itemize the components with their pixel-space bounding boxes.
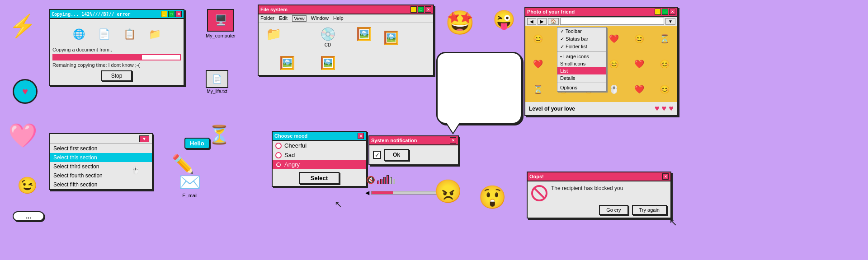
- menu-help[interactable]: Help: [333, 15, 344, 22]
- filesys-controls: _ □ ✕: [410, 6, 431, 13]
- folder-emoji-1: 📁: [266, 27, 282, 42]
- stop-button[interactable]: Stop: [101, 70, 132, 81]
- copying-text2: Remaining copying time: I dont know ;-(: [52, 62, 181, 68]
- mood-select-button[interactable]: Select: [299, 172, 340, 184]
- list-item-1[interactable]: Select first section: [50, 144, 152, 153]
- back-button[interactable]: ◀: [527, 18, 536, 25]
- mood-options: Cheerful Sad Angry: [273, 141, 366, 169]
- sysnotif-close[interactable]: ✕: [450, 137, 456, 144]
- dropdown-smallicons[interactable]: Small icons: [557, 60, 606, 67]
- mood-cheerful[interactable]: Cheerful: [273, 141, 366, 150]
- copying-content: 🌐 📄 📋 📁 Copying a document from.. Remain…: [50, 19, 184, 85]
- home-button[interactable]: 🏠: [548, 18, 559, 25]
- list-item-2[interactable]: Select this section: [50, 153, 152, 162]
- dropdown-details[interactable]: Details: [557, 74, 606, 82]
- close-button[interactable]: ✕: [175, 11, 182, 17]
- vol-seg-4: [387, 175, 389, 184]
- filesys-close[interactable]: ✕: [425, 6, 431, 13]
- dots-button[interactable]: ...: [13, 211, 44, 221]
- sysnotif-ok-button[interactable]: Ok: [384, 149, 409, 161]
- grid-cell: ❤️: [525, 51, 551, 77]
- go-cry-button[interactable]: Go cry: [599, 205, 628, 215]
- filesys-titlebar: File system _ □ ✕: [259, 5, 433, 14]
- dots-label: ...: [26, 213, 31, 220]
- radio-sad[interactable]: [275, 152, 282, 158]
- cursor-icon-3: ↖: [669, 217, 677, 228]
- filesys-minimize[interactable]: _: [410, 6, 417, 13]
- folder-icon-1[interactable]: 📁: [262, 27, 285, 47]
- file-icon-txt: 📄: [206, 70, 228, 88]
- photo-footer: Level of your love ♥ ♥ ♥: [525, 102, 677, 115]
- oops-close[interactable]: ✕: [662, 173, 669, 180]
- dropdown-list[interactable]: List: [557, 67, 606, 74]
- minimize-button[interactable]: _: [161, 11, 167, 17]
- oops-content: The recipient has blocked you: [528, 181, 670, 205]
- email-label: E_mail: [182, 193, 198, 198]
- list-item-5[interactable]: Select fifth section: [50, 180, 152, 189]
- menu-folder[interactable]: Folder: [260, 15, 274, 22]
- photo-maximize[interactable]: □: [662, 9, 668, 15]
- filesys-maximize[interactable]: □: [418, 6, 424, 13]
- try-again-button[interactable]: Try again: [632, 205, 667, 215]
- dropdown-folderlist[interactable]: Folder list: [557, 43, 606, 51]
- mood-title: Choose mood: [274, 133, 307, 139]
- menu-window[interactable]: Window: [311, 15, 329, 22]
- go-button[interactable]: ▼: [665, 18, 675, 25]
- menu-view[interactable]: View: [292, 15, 307, 22]
- my-life-icon: 📄 My_life.txt: [206, 70, 228, 94]
- menu-edit[interactable]: Edit: [279, 15, 288, 22]
- grid-cell: ❤️: [627, 77, 652, 102]
- email-emoji: ✉️: [179, 172, 201, 193]
- sysnotif-title: System notification: [371, 138, 417, 143]
- heart-emoji-4: 🖼️: [320, 56, 336, 70]
- oops-title: Oops!: [529, 174, 544, 179]
- heart-pic-1[interactable]: 🖼️: [353, 27, 375, 47]
- dropdown-toolbar[interactable]: Toolbar: [557, 28, 606, 35]
- progress-bar-fill: [53, 55, 142, 60]
- maximize-button[interactable]: □: [168, 11, 175, 17]
- sysnotif-content: ✓ Ok: [369, 145, 458, 164]
- mood-angry[interactable]: Angry: [273, 160, 366, 169]
- grid-cell: ❤️: [627, 51, 652, 77]
- dropdown-largeicons[interactable]: Large icons: [557, 53, 606, 60]
- wink-right-emoji: 😜: [493, 9, 515, 30]
- heart-pic-4[interactable]: 🖼️: [316, 56, 339, 71]
- copying-titlebar: Copying... 142%////B?// error _ □ ✕: [50, 10, 184, 19]
- photo-minimize[interactable]: _: [655, 9, 661, 15]
- mood-close[interactable]: ✕: [358, 133, 364, 139]
- grid-cell: ⏳: [525, 77, 551, 102]
- hello-button[interactable]: Hello: [184, 138, 210, 149]
- vol-seg-3: [383, 177, 386, 184]
- window-controls: _ □ ✕: [161, 11, 182, 17]
- copying-text1: Copying a document from..: [52, 47, 181, 52]
- vol-seg-1: [377, 181, 379, 184]
- progress-fill: [372, 191, 393, 194]
- email-icon: ✉️ E_mail: [179, 172, 201, 198]
- folder-icon: 📁: [146, 25, 164, 43]
- oops-buttons: Go cry Try again: [528, 205, 670, 218]
- cd-icon[interactable]: 💿 CD: [316, 27, 339, 47]
- oops-titlebar: Oops! ✕: [528, 172, 670, 181]
- heart-pic-3[interactable]: 🖼️: [276, 56, 298, 71]
- photo-titlebar: Photo of your friend _ □ ✕: [525, 8, 677, 17]
- angry-emoji: 😠: [434, 178, 462, 204]
- view-dropdown: Toolbar Status bar Folder list Large ico…: [557, 27, 607, 92]
- dropdown-options[interactable]: Options: [557, 84, 606, 91]
- radio-cheerful[interactable]: [275, 143, 282, 149]
- address-bar[interactable]: [560, 18, 664, 25]
- photo-close[interactable]: ✕: [669, 9, 675, 15]
- forward-button[interactable]: ▶: [538, 18, 547, 25]
- dropdown-arrow-button[interactable]: ▼: [139, 135, 149, 142]
- radio-angry[interactable]: [275, 162, 282, 168]
- shock-emoji: 😲: [478, 184, 506, 210]
- heart-emoji-1: 🖼️: [356, 27, 372, 42]
- dropdown-statusbar[interactable]: Status bar: [557, 35, 606, 43]
- volume-icon: 🔇: [366, 176, 375, 184]
- heart-pic-2[interactable]: 🖼️: [380, 30, 402, 47]
- sysnotif-checkbox[interactable]: ✓: [373, 151, 381, 159]
- photo-toolbar: ◀ ▶ 🏠 ▼: [525, 17, 677, 26]
- grid-cell: 😊: [627, 26, 652, 51]
- globe-icon: 🌐: [70, 25, 88, 43]
- photo-hearts: ♥ ♥ ♥: [655, 104, 674, 113]
- mood-sad[interactable]: Sad: [273, 150, 366, 160]
